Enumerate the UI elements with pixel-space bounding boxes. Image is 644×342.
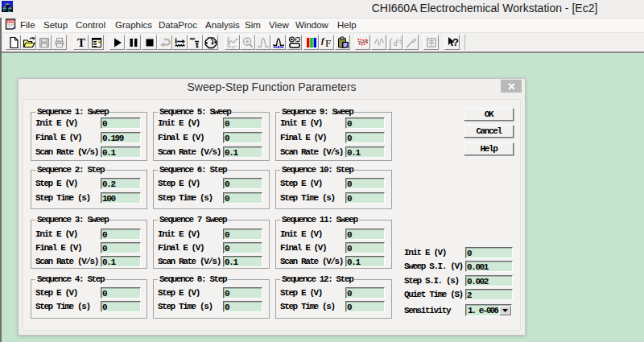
svg-text:C: C xyxy=(8,8,12,13)
svg-text:DOC: DOC xyxy=(6,19,15,24)
svg-text:T: T xyxy=(76,36,85,49)
svg-text:?: ? xyxy=(452,36,459,48)
svg-text:P: P xyxy=(3,7,6,12)
svg-text:∫: ∫ xyxy=(389,37,393,49)
svg-text:½: ½ xyxy=(397,37,402,44)
svg-text:i: i xyxy=(175,36,177,45)
svg-text:F: F xyxy=(325,37,331,49)
